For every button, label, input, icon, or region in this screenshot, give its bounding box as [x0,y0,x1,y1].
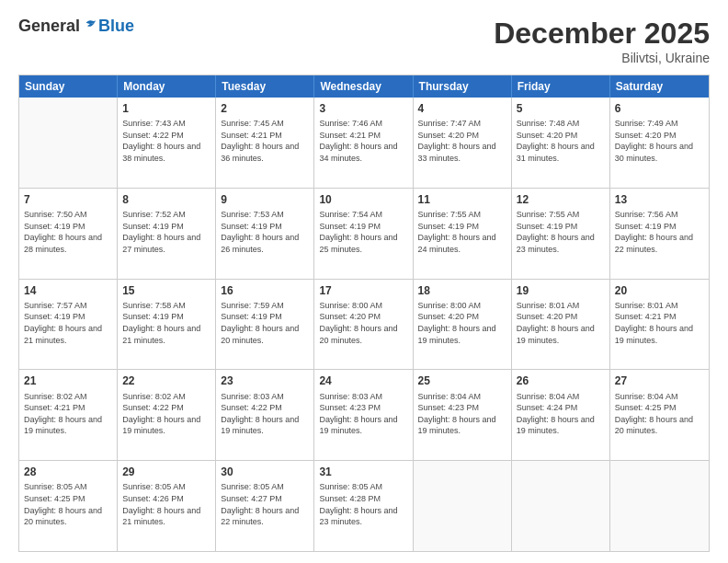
calendar-cell: 17Sunrise: 8:00 AMSunset: 4:20 PMDayligh… [314,280,413,370]
day-number: 1 [122,101,210,116]
day-info: Sunrise: 7:57 AMSunset: 4:19 PMDaylight:… [24,300,112,346]
day-info: Sunrise: 7:48 AMSunset: 4:20 PMDaylight:… [517,118,605,164]
calendar-cell: 28Sunrise: 8:05 AMSunset: 4:25 PMDayligh… [19,461,118,551]
location: Bilivtsi, Ukraine [494,51,710,65]
calendar-cell [512,461,610,551]
calendar-cell: 7Sunrise: 7:50 AMSunset: 4:19 PMDaylight… [19,189,118,279]
calendar-cell: 2Sunrise: 7:45 AMSunset: 4:21 PMDaylight… [216,98,314,188]
day-info: Sunrise: 8:00 AMSunset: 4:20 PMDaylight:… [319,300,407,346]
calendar-cell: 6Sunrise: 7:49 AMSunset: 4:20 PMDaylight… [610,98,709,188]
day-number: 10 [319,192,407,207]
calendar-cell: 5Sunrise: 7:48 AMSunset: 4:20 PMDaylight… [512,98,610,188]
day-info: Sunrise: 7:52 AMSunset: 4:19 PMDaylight:… [122,209,210,255]
day-number: 5 [517,101,605,116]
day-info: Sunrise: 8:04 AMSunset: 4:23 PMDaylight:… [418,391,506,437]
calendar-row: 14Sunrise: 7:57 AMSunset: 4:19 PMDayligh… [19,280,709,371]
logo: General Blue [18,17,134,36]
day-info: Sunrise: 7:43 AMSunset: 4:22 PMDaylight:… [122,118,210,164]
day-number: 6 [615,101,704,116]
calendar-cell: 14Sunrise: 7:57 AMSunset: 4:19 PMDayligh… [19,280,118,370]
calendar-row: 21Sunrise: 8:02 AMSunset: 4:21 PMDayligh… [19,370,709,461]
day-number: 29 [122,465,210,479]
day-number: 24 [319,373,407,388]
day-number: 27 [615,373,704,388]
day-number: 28 [24,465,112,479]
day-info: Sunrise: 7:55 AMSunset: 4:19 PMDaylight:… [418,209,506,255]
calendar-cell: 9Sunrise: 7:53 AMSunset: 4:19 PMDaylight… [216,189,314,279]
day-info: Sunrise: 7:46 AMSunset: 4:21 PMDaylight:… [319,118,407,164]
calendar-cell: 10Sunrise: 7:54 AMSunset: 4:19 PMDayligh… [314,189,413,279]
day-number: 17 [319,283,407,298]
day-number: 26 [517,373,605,388]
logo-bird-icon [82,18,98,35]
calendar-row: 1Sunrise: 7:43 AMSunset: 4:22 PMDaylight… [19,98,709,189]
calendar-cell: 18Sunrise: 8:00 AMSunset: 4:20 PMDayligh… [414,280,512,370]
calendar-cell: 16Sunrise: 7:59 AMSunset: 4:19 PMDayligh… [216,280,314,370]
weekday-header: Sunday [19,75,118,98]
header: General Blue December 2025 Bilivtsi, Ukr… [18,17,710,65]
calendar-cell: 23Sunrise: 8:03 AMSunset: 4:22 PMDayligh… [216,370,314,460]
day-info: Sunrise: 8:02 AMSunset: 4:22 PMDaylight:… [122,391,210,437]
day-info: Sunrise: 7:58 AMSunset: 4:19 PMDaylight:… [122,300,210,346]
calendar-cell: 8Sunrise: 7:52 AMSunset: 4:19 PMDaylight… [118,189,216,279]
day-info: Sunrise: 7:47 AMSunset: 4:20 PMDaylight:… [418,118,506,164]
calendar-cell [610,461,709,551]
page: General Blue December 2025 Bilivtsi, Ukr… [0,0,728,563]
day-number: 30 [221,465,309,479]
day-number: 23 [221,373,309,388]
logo-blue-text: Blue [98,17,134,36]
day-info: Sunrise: 7:54 AMSunset: 4:19 PMDaylight:… [319,209,407,255]
calendar-cell: 24Sunrise: 8:03 AMSunset: 4:23 PMDayligh… [314,370,413,460]
calendar-cell: 4Sunrise: 7:47 AMSunset: 4:20 PMDaylight… [414,98,512,188]
weekday-header: Saturday [610,75,709,98]
day-number: 11 [418,192,506,207]
calendar-body: 1Sunrise: 7:43 AMSunset: 4:22 PMDaylight… [19,98,709,551]
weekday-header: Thursday [414,75,512,98]
day-number: 2 [221,101,309,116]
day-info: Sunrise: 7:50 AMSunset: 4:19 PMDaylight:… [24,209,112,255]
calendar-cell: 21Sunrise: 8:02 AMSunset: 4:21 PMDayligh… [19,370,118,460]
day-info: Sunrise: 8:00 AMSunset: 4:20 PMDaylight:… [418,300,506,346]
calendar-cell: 26Sunrise: 8:04 AMSunset: 4:24 PMDayligh… [512,370,610,460]
day-number: 9 [221,192,309,207]
month-title: December 2025 [494,17,710,51]
calendar-row: 7Sunrise: 7:50 AMSunset: 4:19 PMDaylight… [19,189,709,280]
day-number: 31 [319,465,407,479]
calendar-cell: 15Sunrise: 7:58 AMSunset: 4:19 PMDayligh… [118,280,216,370]
day-info: Sunrise: 8:05 AMSunset: 4:26 PMDaylight:… [122,481,210,527]
day-info: Sunrise: 8:05 AMSunset: 4:28 PMDaylight:… [319,481,407,527]
day-number: 12 [517,192,605,207]
weekday-header: Friday [512,75,610,98]
calendar-cell: 30Sunrise: 8:05 AMSunset: 4:27 PMDayligh… [216,461,314,551]
day-number: 7 [24,192,112,207]
calendar-cell: 25Sunrise: 8:04 AMSunset: 4:23 PMDayligh… [414,370,512,460]
day-info: Sunrise: 7:45 AMSunset: 4:21 PMDaylight:… [221,118,309,164]
calendar-cell [19,98,118,188]
logo-general-text: General [18,17,80,36]
day-number: 20 [615,283,704,298]
day-number: 3 [319,101,407,116]
calendar-cell [414,461,512,551]
calendar-cell: 1Sunrise: 7:43 AMSunset: 4:22 PMDaylight… [118,98,216,188]
calendar-cell: 13Sunrise: 7:56 AMSunset: 4:19 PMDayligh… [610,189,709,279]
day-info: Sunrise: 8:02 AMSunset: 4:21 PMDaylight:… [24,391,112,437]
day-info: Sunrise: 8:03 AMSunset: 4:23 PMDaylight:… [319,391,407,437]
calendar-cell: 3Sunrise: 7:46 AMSunset: 4:21 PMDaylight… [314,98,413,188]
calendar-cell: 22Sunrise: 8:02 AMSunset: 4:22 PMDayligh… [118,370,216,460]
day-info: Sunrise: 7:56 AMSunset: 4:19 PMDaylight:… [615,209,704,255]
day-number: 16 [221,283,309,298]
weekday-header: Wednesday [314,75,413,98]
calendar-cell: 20Sunrise: 8:01 AMSunset: 4:21 PMDayligh… [610,280,709,370]
calendar-cell: 27Sunrise: 8:04 AMSunset: 4:25 PMDayligh… [610,370,709,460]
day-info: Sunrise: 8:05 AMSunset: 4:25 PMDaylight:… [24,481,112,527]
day-number: 21 [24,373,112,388]
day-info: Sunrise: 7:49 AMSunset: 4:20 PMDaylight:… [615,118,704,164]
day-number: 14 [24,283,112,298]
calendar-cell: 29Sunrise: 8:05 AMSunset: 4:26 PMDayligh… [118,461,216,551]
calendar: SundayMondayTuesdayWednesdayThursdayFrid… [18,75,710,552]
day-number: 15 [122,283,210,298]
day-info: Sunrise: 8:01 AMSunset: 4:21 PMDaylight:… [615,300,704,346]
day-number: 13 [615,192,704,207]
day-info: Sunrise: 7:59 AMSunset: 4:19 PMDaylight:… [221,300,309,346]
day-info: Sunrise: 8:04 AMSunset: 4:25 PMDaylight:… [615,391,704,437]
